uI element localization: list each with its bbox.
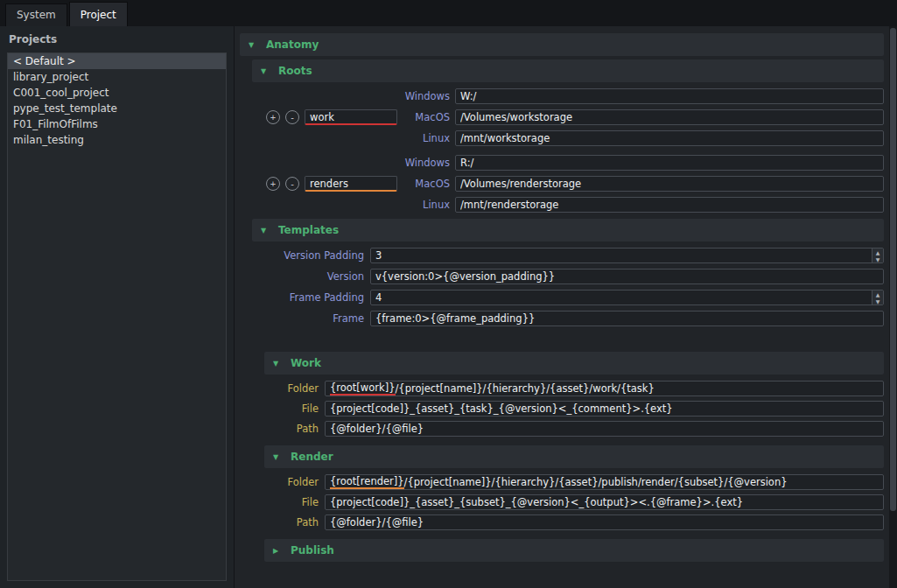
linux-root-input[interactable] xyxy=(455,130,884,146)
field-label: Folder xyxy=(278,382,319,395)
frame-padding-input[interactable] xyxy=(370,290,884,305)
field-label: Folder xyxy=(278,476,319,488)
template-field-row: Path xyxy=(278,512,884,532)
work-path-input[interactable] xyxy=(325,421,884,437)
chevron-down-icon: ▼ xyxy=(261,67,270,75)
version-padding-input[interactable] xyxy=(370,248,884,263)
field-label: File xyxy=(278,496,319,508)
project-list: < Default > library_project C001_cool_pr… xyxy=(7,52,227,581)
root-key-input[interactable] xyxy=(305,109,397,125)
field-label: Frame xyxy=(266,312,364,325)
templates-subsections: ▼ Work Folder {root[work]}/{project[name… xyxy=(264,352,884,562)
remove-root-button[interactable]: - xyxy=(285,177,299,191)
add-root-button[interactable]: + xyxy=(266,110,280,124)
section-header-render[interactable]: ▼ Render xyxy=(264,445,884,468)
project-list-item[interactable]: < Default > xyxy=(8,53,226,69)
tab-system[interactable]: System xyxy=(5,4,67,26)
main-area: Projects < Default > library_project C00… xyxy=(0,26,897,588)
template-rest: /{project[name]}/{hierarchy}/{asset}/pub… xyxy=(404,476,788,488)
work-folder-input[interactable]: {root[work]}/{project[name]}/{hierarchy}… xyxy=(325,381,884,396)
linux-root-input[interactable] xyxy=(455,197,884,213)
root-row: + - MacOS xyxy=(266,107,884,128)
template-field-row: Path xyxy=(278,418,884,438)
spinner-down-icon[interactable]: ▼ xyxy=(872,298,883,304)
project-list-item[interactable]: pype_test_template xyxy=(8,101,226,116)
template-field-row: Frame xyxy=(266,308,884,329)
add-root-button[interactable]: + xyxy=(266,177,280,191)
project-list-item[interactable]: library_project xyxy=(8,69,226,85)
template-rest: /{project[name]}/{hierarchy}/{asset}/wor… xyxy=(396,382,655,395)
template-field-row: File xyxy=(278,492,884,512)
root-token: {root[work]} xyxy=(330,382,396,396)
template-field-row: Version xyxy=(266,266,884,287)
template-field-row: Folder {root[render]}/{project[name]}/{h… xyxy=(278,472,884,492)
project-list-item[interactable]: C001_cool_project xyxy=(8,85,226,101)
version-template-input[interactable] xyxy=(370,269,884,284)
remove-root-button[interactable]: - xyxy=(285,110,299,124)
section-title: Render xyxy=(291,451,333,463)
linux-label: Linux xyxy=(403,132,450,144)
spinner-up-icon[interactable]: ▲ xyxy=(872,248,883,256)
spinner-down-icon[interactable]: ▼ xyxy=(872,256,883,262)
projects-sidebar: Projects < Default > library_project C00… xyxy=(0,26,235,588)
template-field-row: Frame Padding ▲ ▼ xyxy=(266,287,884,308)
macos-root-input[interactable] xyxy=(455,109,884,125)
field-label: Path xyxy=(278,516,319,528)
template-field-row: File xyxy=(278,398,884,418)
root-token: {root[render]} xyxy=(330,475,404,489)
macos-label: MacOS xyxy=(403,111,450,123)
work-file-input[interactable] xyxy=(325,401,884,416)
root-row: + - MacOS xyxy=(266,173,884,194)
chevron-down-icon: ▼ xyxy=(249,41,257,49)
section-header-templates[interactable]: ▼ Templates xyxy=(252,219,884,242)
root-row: Linux xyxy=(266,128,884,149)
render-folder-input[interactable]: {root[render]}/{project[name]}/{hierarch… xyxy=(325,474,884,490)
section-title: Publish xyxy=(291,544,334,556)
section-title: Templates xyxy=(278,224,339,236)
chevron-down-icon: ▼ xyxy=(273,453,282,461)
macos-root-input[interactable] xyxy=(455,176,884,192)
section-header-roots[interactable]: ▼ Roots xyxy=(252,60,884,82)
spinner-up-icon[interactable]: ▲ xyxy=(872,290,883,298)
field-label: Path xyxy=(278,423,319,435)
section-title: Work xyxy=(291,357,321,369)
settings-content: ▼ Anatomy ▼ Roots Windows + - Mac xyxy=(235,26,889,588)
root-key-input[interactable] xyxy=(305,176,397,192)
field-label: File xyxy=(278,402,319,415)
field-label: Frame Padding xyxy=(266,291,364,304)
windows-label: Windows xyxy=(403,157,450,169)
top-tab-bar: System Project xyxy=(0,0,897,26)
field-label: Version Padding xyxy=(266,249,364,262)
template-field-row: Folder {root[work]}/{project[name]}/{hie… xyxy=(278,378,884,398)
projects-title: Projects xyxy=(9,33,225,46)
macos-label: MacOS xyxy=(403,178,450,190)
windows-label: Windows xyxy=(403,90,450,102)
windows-root-input[interactable] xyxy=(455,155,884,171)
section-header-anatomy[interactable]: ▼ Anatomy xyxy=(240,33,884,56)
template-field-row: Version Padding ▲ ▼ xyxy=(266,245,884,266)
linux-label: Linux xyxy=(403,199,450,211)
chevron-right-icon: ▶ xyxy=(273,547,282,555)
section-header-work[interactable]: ▼ Work xyxy=(264,352,884,374)
section-title: Anatomy xyxy=(266,38,319,51)
section-header-publish[interactable]: ▶ Publish xyxy=(264,539,884,562)
field-label: Version xyxy=(266,270,364,283)
root-row: Linux xyxy=(266,194,884,215)
root-row: Windows xyxy=(266,86,884,107)
number-spinner: ▲ ▼ xyxy=(872,290,883,304)
tab-project[interactable]: Project xyxy=(69,2,128,26)
render-path-input[interactable] xyxy=(325,514,884,530)
vertical-scrollbar[interactable] xyxy=(889,26,897,588)
project-list-item[interactable]: F01_FilmOfFilms xyxy=(8,116,226,132)
render-file-input[interactable] xyxy=(325,494,884,510)
windows-root-input[interactable] xyxy=(455,88,884,104)
chevron-down-icon: ▼ xyxy=(273,360,282,368)
anatomy-body: ▼ Roots Windows + - MacOS Linux xyxy=(252,60,884,562)
chevron-down-icon: ▼ xyxy=(261,227,270,234)
number-spinner: ▲ ▼ xyxy=(872,248,883,262)
section-title: Roots xyxy=(278,65,312,77)
frame-template-input[interactable] xyxy=(370,311,884,326)
root-row: Windows xyxy=(266,152,884,173)
scrollbar-thumb[interactable] xyxy=(890,28,896,511)
project-list-item[interactable]: milan_testing xyxy=(8,132,226,148)
